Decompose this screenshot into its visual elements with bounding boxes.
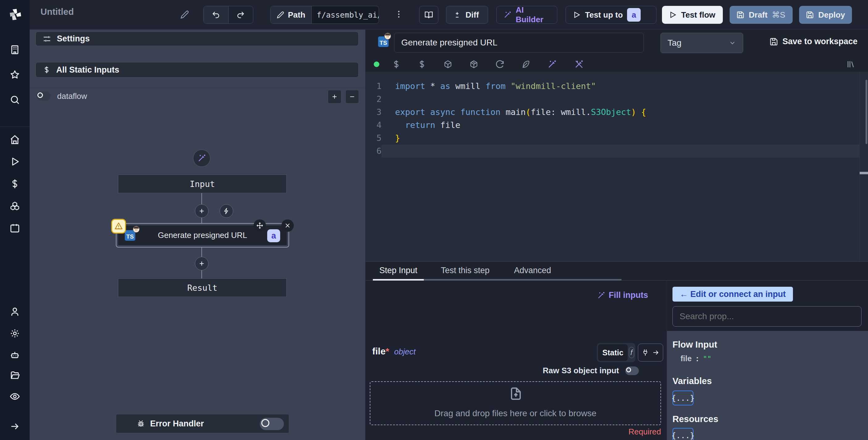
input-node[interactable]: Input <box>118 175 287 193</box>
sidebar-item-search-icon[interactable] <box>9 94 20 105</box>
warning-triangle-icon <box>114 222 123 231</box>
sidebar-item-schedules-calendar-icon[interactable] <box>9 223 20 233</box>
test-up-to-button[interactable]: Test up to a <box>566 6 656 24</box>
undo-button[interactable] <box>204 6 228 24</box>
all-static-inputs-button[interactable]: All Static Inputs <box>35 62 359 78</box>
ai-builder-button[interactable]: AI Builder <box>496 6 557 24</box>
draft-button[interactable]: Draft ⌘S <box>730 6 793 24</box>
bottom-tabs-bar: Step Input Test this step Advanced <box>365 261 868 281</box>
sidebar-item-folders-icon[interactable] <box>9 370 20 381</box>
sidebar-item-users-person-icon[interactable] <box>9 306 20 317</box>
tab-advanced[interactable]: Advanced <box>512 262 553 279</box>
search-prop-input[interactable] <box>673 306 862 327</box>
docs-button[interactable] <box>419 6 438 24</box>
mode-javascript-fn-segment[interactable]: 𝑓 <box>629 347 634 358</box>
tab-step-input[interactable]: Step Input <box>373 262 424 279</box>
warning-badge[interactable] <box>111 219 126 234</box>
code-editor[interactable]: 1import * as wmill from "windmill-client… <box>365 72 859 261</box>
line-number: 6 <box>365 145 381 157</box>
tag-select-value: Tag <box>668 38 681 48</box>
result-node[interactable]: Result <box>118 278 287 297</box>
edit-title-pencil-icon[interactable] <box>180 10 189 19</box>
mode-static-segment[interactable]: Static <box>598 344 628 361</box>
step-node-selected[interactable]: TS Generate presigned URL a <box>116 223 289 247</box>
tag-select[interactable]: Tag <box>660 33 743 53</box>
undo-redo-group <box>203 6 253 24</box>
assets-dollar-icon[interactable] <box>392 60 401 69</box>
save-to-workspace-button[interactable]: Save to workspace <box>770 37 858 46</box>
editor-toolbar <box>365 57 859 72</box>
test-flow-button[interactable]: Test flow <box>662 6 723 24</box>
code-line[interactable]: 1import * as wmill from "windmill-client… <box>365 80 859 93</box>
raw-s3-toggle[interactable] <box>625 366 639 375</box>
sidebar-expand-arrow-icon[interactable] <box>9 421 20 432</box>
path-button[interactable]: Path <box>271 6 311 24</box>
connect-input-control[interactable] <box>638 344 663 361</box>
zoom-in-button[interactable] <box>328 90 341 104</box>
flow-input-entry[interactable]: file : "" <box>681 354 868 363</box>
sidebar-item-runs-play-icon[interactable] <box>9 156 20 167</box>
dataflow-label: dataflow <box>57 91 87 101</box>
error-handler-toggle[interactable] <box>260 418 284 430</box>
package-icon[interactable] <box>443 60 453 69</box>
sidebar-item-workspace-building-icon[interactable] <box>9 45 20 55</box>
path-control[interactable]: Path f/assembly_ai/ <box>270 6 379 24</box>
field-label-row: file* object <box>372 346 415 357</box>
code-line[interactable]: 5} <box>365 131 859 145</box>
redo-button[interactable] <box>228 6 253 24</box>
dataflow-toggle-knob <box>37 92 43 98</box>
library-icon[interactable] <box>846 60 855 69</box>
file-dropzone[interactable]: Drag and drop files here or click to bro… <box>370 381 661 425</box>
raw-s3-toggle-knob <box>626 368 631 372</box>
tab-test-this-step[interactable]: Test this step <box>437 262 493 279</box>
refresh-icon[interactable] <box>495 60 504 69</box>
sidebar-item-favorites-star-icon[interactable] <box>9 69 20 80</box>
move-arrows-icon <box>256 222 263 229</box>
magic-wand-icon <box>503 10 511 19</box>
delete-step-button[interactable] <box>281 219 294 232</box>
canvas-divider <box>30 87 365 88</box>
sidebar-item-variables-dollar-icon[interactable] <box>9 179 20 189</box>
resources-expand-button[interactable]: {...} <box>673 428 693 440</box>
code-line[interactable]: 6 <box>365 145 859 157</box>
sidebar-divider <box>0 126 30 127</box>
save-icon <box>736 11 744 19</box>
save-icon <box>770 37 778 46</box>
add-step-button[interactable] <box>195 204 209 218</box>
code-line[interactable]: 3export async function main(file: wmill.… <box>365 106 859 119</box>
sidebar-item-workers-robot-icon[interactable] <box>9 350 20 360</box>
sidebar-item-audit-eye-icon[interactable] <box>9 391 20 402</box>
line-number: 3 <box>365 106 381 119</box>
diff-button[interactable]: Diff <box>446 6 488 24</box>
ai-flow-wand-button[interactable] <box>193 150 210 167</box>
test-up-to-step-badge[interactable]: a <box>627 8 641 22</box>
zoom-out-button[interactable] <box>345 90 359 104</box>
code-line[interactable]: 2 <box>365 93 859 106</box>
add-trigger-button[interactable] <box>220 204 233 218</box>
sidebar-item-settings-gear-icon[interactable] <box>9 328 20 339</box>
ai-wand-off-icon[interactable] <box>574 60 584 69</box>
more-options-kebab-icon[interactable] <box>394 9 403 19</box>
add-step-button[interactable] <box>195 257 209 270</box>
ai-wand-icon[interactable] <box>547 60 557 69</box>
path-value[interactable]: f/assembly_ai/ <box>311 6 379 24</box>
variables-expand-button[interactable]: {...} <box>673 390 693 405</box>
step-title-input[interactable] <box>394 33 644 53</box>
fill-inputs-button[interactable]: Fill inputs <box>597 290 648 300</box>
windmill-logo-icon[interactable] <box>9 8 22 21</box>
field-type: object <box>394 347 415 357</box>
format-feather-icon[interactable] <box>521 60 530 69</box>
move-step-handle[interactable] <box>254 219 266 232</box>
deploy-button[interactable]: Deploy <box>799 6 852 24</box>
sidebar-item-home-icon[interactable] <box>9 135 20 145</box>
dataflow-toggle[interactable] <box>36 91 51 101</box>
sidebar-item-resources-boxes-icon[interactable] <box>9 201 20 211</box>
edit-or-connect-button[interactable]: ← Edit or connect an input <box>673 287 793 301</box>
package-open-icon[interactable] <box>469 60 478 69</box>
variables-dollar-icon[interactable] <box>417 60 427 69</box>
editor-scrollbar-thumb[interactable] <box>866 80 867 144</box>
flow-settings-button[interactable]: Settings <box>35 31 359 46</box>
flow-input-key: file <box>681 354 692 363</box>
error-handler-node[interactable]: Error Handler <box>116 414 289 433</box>
code-line[interactable]: 4 return file <box>365 119 859 131</box>
